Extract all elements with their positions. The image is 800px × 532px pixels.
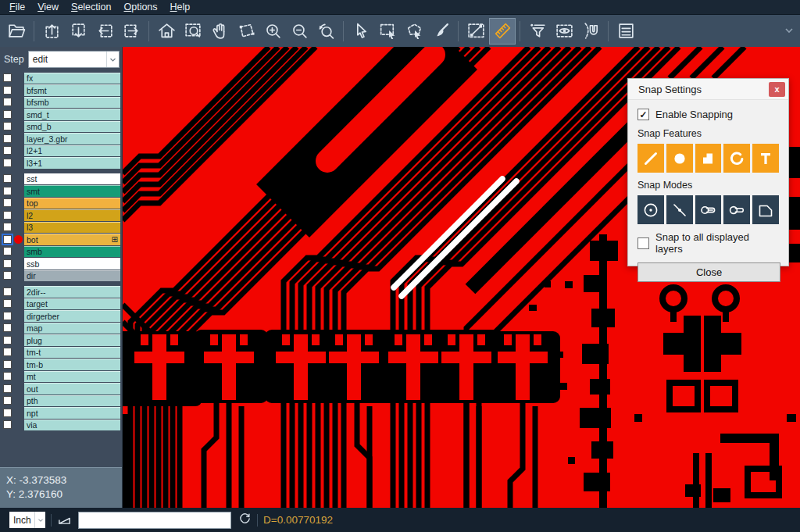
zoom-previous-icon[interactable]	[312, 18, 339, 45]
nudge-up-icon[interactable]	[38, 18, 65, 45]
menu-options[interactable]: Options	[117, 0, 163, 15]
layer-row[interactable]: target	[0, 298, 122, 310]
layer-row[interactable]: sst	[0, 173, 122, 185]
select-arrow-icon[interactable]	[348, 18, 374, 45]
layer-visibility-checkbox[interactable]	[3, 247, 12, 255]
snap-feature-surface-button[interactable]	[695, 144, 722, 173]
layer-label-bar[interactable]: smd_b	[24, 121, 120, 133]
snap-magnet-icon[interactable]	[577, 18, 604, 45]
layer-label-bar[interactable]: tm-t	[24, 347, 120, 359]
layer-visibility-checkbox[interactable]	[3, 134, 12, 143]
layer-visibility-checkbox[interactable]	[3, 211, 12, 220]
layer-row[interactable]: layer_3.gbr	[0, 133, 122, 145]
menu-view[interactable]: View	[31, 0, 65, 15]
layer-visibility-checkbox[interactable]	[3, 287, 12, 296]
layer-label-bar[interactable]: npt	[24, 407, 120, 419]
layer-label-bar[interactable]: fx	[24, 73, 120, 84]
layer-row[interactable]: npt	[0, 407, 122, 420]
layer-visibility-checkbox[interactable]	[3, 198, 12, 207]
layer-visibility-checkbox[interactable]	[3, 336, 12, 345]
layer-row[interactable]: top	[0, 197, 122, 209]
refresh-circle-icon[interactable]	[238, 512, 252, 528]
home-icon[interactable]	[153, 18, 180, 45]
layer-row[interactable]: dir	[0, 270, 122, 282]
snap-feature-circle-button[interactable]	[666, 144, 693, 173]
enable-snapping-checkbox[interactable]: ✓	[638, 109, 649, 120]
snap-feature-line-button[interactable]	[638, 144, 664, 173]
layer-row[interactable]: l2+1	[0, 145, 122, 157]
nudge-right-icon[interactable]	[118, 18, 145, 45]
snap-all-layers-checkbox[interactable]	[638, 237, 649, 249]
layer-row[interactable]: l3+1	[0, 157, 122, 170]
layer-visibility-checkbox[interactable]	[3, 259, 12, 268]
layer-label-bar[interactable]: dirgerber	[24, 310, 120, 322]
layer-visibility-checkbox[interactable]	[3, 223, 12, 231]
close-icon[interactable]: x	[769, 82, 785, 97]
unit-select[interactable]: Inch	[9, 512, 45, 528]
layer-label-bar[interactable]: l2	[24, 209, 120, 221]
snap-dialog-titlebar[interactable]: Snap Settings x	[628, 79, 788, 100]
layer-row[interactable]: pth	[0, 395, 122, 407]
layer-visibility-checkbox[interactable]	[3, 235, 12, 244]
layer-row[interactable]: 2dir--	[0, 286, 122, 298]
layer-row[interactable]: mt	[0, 370, 122, 383]
layer-visibility-checkbox[interactable]	[3, 86, 12, 95]
snap-feature-arc-button[interactable]	[723, 144, 750, 173]
layer-visibility-checkbox[interactable]	[3, 174, 12, 183]
layer-visibility-checkbox[interactable]	[3, 360, 12, 369]
layer-row[interactable]: l3	[0, 221, 122, 234]
layer-row[interactable]: smd_t	[0, 109, 122, 121]
layer-label-bar[interactable]: plug	[24, 334, 120, 346]
chevron-down-icon[interactable]	[106, 52, 119, 67]
snap-mode-slot-center-button[interactable]	[695, 195, 722, 224]
layer-visibility-checkbox[interactable]	[3, 348, 12, 356]
chevron-down-icon[interactable]	[34, 512, 45, 528]
layer-row[interactable]: smt	[0, 185, 122, 198]
layer-label-bar[interactable]: map	[24, 323, 120, 334]
menu-file[interactable]: File	[3, 0, 31, 15]
layer-visibility-checkbox[interactable]	[3, 409, 12, 417]
layer-label-bar[interactable]: 2dir--	[24, 286, 120, 298]
layer-label-bar[interactable]: smb	[24, 246, 120, 258]
layer-visibility-checkbox[interactable]	[3, 73, 12, 82]
layer-visibility-checkbox[interactable]	[3, 271, 12, 280]
layer-label-bar[interactable]: l3	[24, 222, 120, 234]
layer-row[interactable]: plug	[0, 334, 122, 347]
layer-label-bar[interactable]: bot⊞	[24, 234, 120, 245]
layer-row[interactable]: map	[0, 322, 122, 334]
layer-label-bar[interactable]: pth	[24, 395, 120, 407]
layer-visibility-checkbox[interactable]	[3, 312, 12, 320]
layer-visibility-checkbox[interactable]	[3, 420, 12, 429]
pan-hand-icon[interactable]	[206, 18, 233, 45]
overflow-chevron-icon[interactable]	[784, 24, 794, 38]
layer-row[interactable]: tm-b	[0, 359, 122, 371]
select-rect-icon[interactable]	[374, 18, 401, 45]
layer-label-bar[interactable]: mt	[24, 371, 120, 383]
layer-row[interactable]: via	[0, 419, 122, 431]
layer-visibility-checkbox[interactable]	[3, 299, 12, 308]
zoom-region-icon[interactable]	[180, 18, 206, 45]
layer-label-bar[interactable]: bfsmb	[24, 97, 120, 109]
snap-feature-text-button[interactable]	[752, 144, 779, 173]
layer-label-bar[interactable]: ssb	[24, 258, 120, 270]
layer-label-bar[interactable]: layer_3.gbr	[24, 133, 120, 145]
menu-help[interactable]: Help	[164, 0, 197, 15]
zoom-polygon-icon[interactable]	[233, 18, 259, 45]
step-select[interactable]: edit	[28, 51, 120, 68]
layer-visibility-checkbox[interactable]	[3, 396, 12, 405]
layer-visibility-checkbox[interactable]	[3, 98, 12, 106]
menu-selection[interactable]: Selection	[65, 0, 117, 15]
snap-mode-center-button[interactable]	[638, 195, 664, 224]
zoom-in-icon[interactable]	[259, 18, 286, 45]
layer-visibility-checkbox[interactable]	[3, 384, 12, 393]
layer-visibility-checkbox[interactable]	[3, 146, 12, 155]
view-box-icon[interactable]	[551, 18, 577, 45]
open-icon[interactable]	[3, 18, 30, 45]
filter-icon[interactable]	[524, 18, 551, 45]
corner-angle-icon[interactable]	[57, 511, 72, 529]
snap-mode-midpoint-button[interactable]	[666, 195, 693, 224]
layer-row[interactable]: fx	[0, 72, 122, 84]
layer-visibility-checkbox[interactable]	[3, 159, 12, 167]
brush-icon[interactable]	[427, 18, 454, 45]
command-input[interactable]	[78, 512, 231, 529]
